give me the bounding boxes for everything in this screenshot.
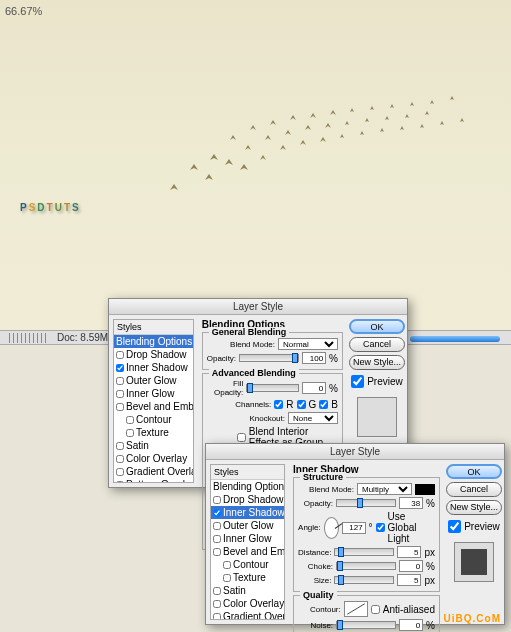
global-light-checkbox[interactable] [376, 523, 385, 532]
cancel-button[interactable]: Cancel [446, 482, 502, 497]
style-checkbox[interactable] [213, 600, 221, 608]
angle-dial[interactable] [324, 517, 339, 539]
style-item[interactable]: Texture [114, 426, 193, 439]
antialias-checkbox[interactable] [371, 605, 380, 614]
style-label: Inner Glow [223, 533, 271, 544]
style-item[interactable]: Gradient Overlay [211, 610, 284, 620]
ok-button[interactable]: OK [349, 319, 405, 334]
styles-header[interactable]: Styles [211, 465, 284, 480]
distance-slider[interactable] [334, 548, 394, 556]
styles-header[interactable]: Styles [114, 320, 193, 335]
opacity-input[interactable] [399, 497, 423, 509]
blending-options-row[interactable]: Blending Options: Custom [114, 335, 193, 348]
style-item[interactable]: Inner Glow [211, 532, 284, 545]
adv-checkbox[interactable] [237, 433, 246, 442]
style-checkbox[interactable] [116, 468, 124, 476]
style-item[interactable]: Inner Glow [114, 387, 193, 400]
style-checkbox[interactable] [116, 364, 124, 372]
channel-g-checkbox[interactable] [297, 400, 306, 409]
channels-label: Channels: [235, 400, 271, 409]
style-checkbox[interactable] [116, 455, 124, 463]
style-checkbox[interactable] [223, 574, 231, 582]
blend-mode-select[interactable]: Normal [278, 338, 338, 350]
distance-input[interactable] [397, 546, 421, 558]
style-item[interactable]: Satin [114, 439, 193, 452]
style-label: Color Overlay [126, 453, 187, 464]
choke-slider[interactable] [336, 562, 396, 570]
style-checkbox[interactable] [213, 587, 221, 595]
preview-checkbox[interactable] [351, 375, 364, 388]
style-checkbox[interactable] [116, 351, 124, 359]
opacity-slider[interactable] [336, 499, 396, 507]
style-item[interactable]: Contour [211, 558, 284, 571]
channel-b-checkbox[interactable] [319, 400, 328, 409]
style-checkbox[interactable] [116, 403, 124, 411]
new-style-button[interactable]: New Style... [349, 355, 405, 370]
blending-options-label: Blending Options: Custom [116, 336, 194, 347]
style-item[interactable]: Pattern Overlay [114, 478, 193, 483]
style-item[interactable]: Gradient Overlay [114, 465, 193, 478]
ok-button[interactable]: OK [446, 464, 502, 479]
dialog-title[interactable]: Layer Style [206, 444, 504, 460]
cancel-button[interactable]: Cancel [349, 337, 405, 352]
pct-label: % [329, 353, 338, 364]
channel-r-checkbox[interactable] [274, 400, 283, 409]
px-label: px [424, 547, 435, 558]
opacity-slider[interactable] [239, 354, 299, 362]
style-checkbox[interactable] [126, 429, 134, 437]
style-checkbox[interactable] [213, 496, 221, 504]
style-checkbox[interactable] [116, 390, 124, 398]
fill-slider[interactable] [246, 384, 299, 392]
general-blending-legend: General Blending [209, 327, 290, 337]
style-item[interactable]: Contour [114, 413, 193, 426]
style-checkbox[interactable] [213, 548, 221, 556]
zoom-label: 66.67% [5, 5, 42, 17]
blending-options-row[interactable]: Blending Options: Default [211, 480, 284, 493]
style-checkbox[interactable] [223, 561, 231, 569]
style-item[interactable]: Bevel and Emboss [211, 545, 284, 558]
style-checkbox[interactable] [213, 535, 221, 543]
style-item[interactable]: Outer Glow [211, 519, 284, 532]
angle-input[interactable] [342, 522, 366, 534]
color-swatch[interactable] [415, 484, 435, 495]
size-slider[interactable] [334, 576, 394, 584]
choke-input[interactable] [399, 560, 423, 572]
contour-picker[interactable] [344, 601, 368, 617]
pct-label: % [329, 383, 338, 394]
scrollbar-thumb[interactable] [410, 336, 500, 342]
style-item[interactable]: Color Overlay [114, 452, 193, 465]
blend-mode-select[interactable]: Multiply [357, 483, 412, 495]
style-item[interactable]: Outer Glow [114, 374, 193, 387]
noise-input[interactable] [399, 619, 423, 631]
dialog-title[interactable]: Layer Style [109, 299, 407, 315]
style-item[interactable]: Inner Shadow [211, 506, 284, 519]
style-checkbox[interactable] [116, 377, 124, 385]
style-checkbox[interactable] [116, 481, 124, 484]
style-item[interactable]: Texture [211, 571, 284, 584]
noise-slider[interactable] [336, 621, 396, 629]
style-checkbox[interactable] [213, 522, 221, 530]
pct-label: % [426, 498, 435, 509]
size-input[interactable] [397, 574, 421, 586]
antialias-label: Anti-aliased [383, 604, 435, 615]
style-item[interactable]: Color Overlay [211, 597, 284, 610]
layer-style-dialog-inner-shadow: Layer Style Styles Blending Options: Def… [205, 443, 505, 625]
channel-r-label: R [286, 399, 293, 410]
preview-checkbox[interactable] [448, 520, 461, 533]
contour-label: Contour: [310, 605, 341, 614]
style-checkbox[interactable] [116, 442, 124, 450]
style-item[interactable]: Drop Shadow [211, 493, 284, 506]
style-item[interactable]: Drop Shadow [114, 348, 193, 361]
opacity-input[interactable] [302, 352, 326, 364]
new-style-button[interactable]: New Style... [446, 500, 502, 515]
style-checkbox[interactable] [213, 613, 221, 621]
style-item[interactable]: Bevel and Emboss [114, 400, 193, 413]
fill-input[interactable] [302, 382, 326, 394]
style-item[interactable]: Satin [211, 584, 284, 597]
style-label: Outer Glow [126, 375, 177, 386]
artwork-text: PSDTUTS [20, 165, 81, 223]
style-checkbox[interactable] [126, 416, 134, 424]
style-checkbox[interactable] [213, 509, 221, 517]
knockout-select[interactable]: None [288, 412, 338, 424]
style-item[interactable]: Inner Shadow [114, 361, 193, 374]
